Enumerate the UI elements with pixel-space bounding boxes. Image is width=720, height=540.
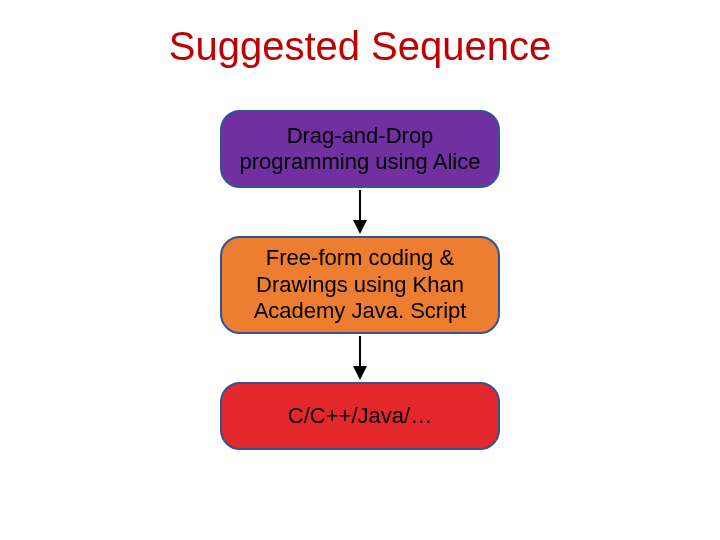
page-title: Suggested Sequence	[0, 24, 720, 69]
step-1-box: Drag-and-Drop programming using Alice	[220, 110, 500, 188]
arrow-down-icon	[351, 336, 369, 380]
arrow-2	[351, 334, 369, 382]
arrow-down-icon	[351, 190, 369, 234]
sequence-flow: Drag-and-Drop programming using Alice Fr…	[220, 110, 500, 450]
step-3-box: C/C++/Java/…	[220, 382, 500, 450]
svg-marker-3	[353, 366, 367, 380]
step-1-label: Drag-and-Drop programming using Alice	[236, 123, 484, 176]
arrow-1	[351, 188, 369, 236]
step-2-label: Free-form coding & Drawings using Khan A…	[236, 245, 484, 324]
svg-marker-1	[353, 220, 367, 234]
step-2-box: Free-form coding & Drawings using Khan A…	[220, 236, 500, 334]
step-3-label: C/C++/Java/…	[288, 403, 432, 429]
